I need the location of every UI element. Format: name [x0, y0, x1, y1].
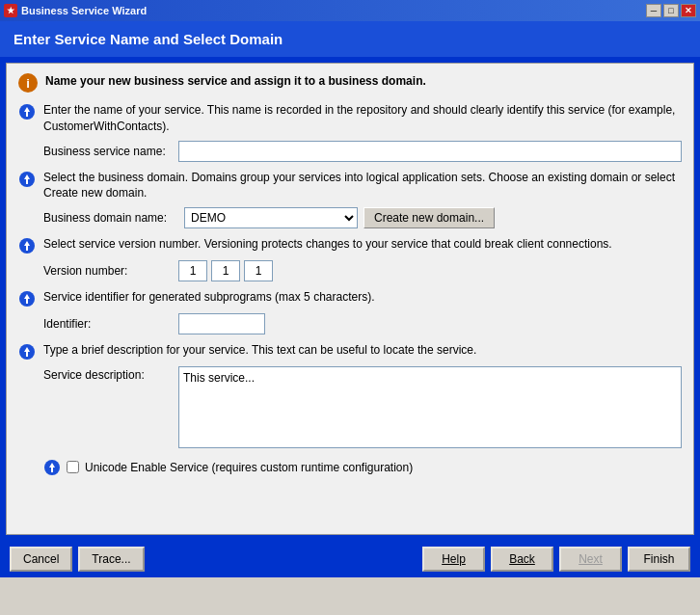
help-label: Help: [442, 552, 466, 566]
unicode-enable-row: Unicode Enable Service (requires custom …: [43, 458, 682, 476]
minimize-button[interactable]: ─: [646, 4, 661, 17]
version-patch-input[interactable]: [244, 260, 273, 281]
bullet-text-1: Enter the name of your service. This nam…: [43, 102, 682, 135]
close-button[interactable]: ✕: [681, 4, 696, 17]
trace-label: Trace...: [92, 552, 130, 566]
bullet-icon-6: [43, 459, 61, 476]
business-service-name-row: Business service name:: [43, 141, 682, 162]
info-text: Name your new business service and assig…: [45, 73, 426, 90]
bullet-icon-1: [18, 103, 36, 120]
bullet-text-5: Type a brief description for your servic…: [43, 342, 476, 359]
unicode-enable-checkbox[interactable]: [67, 461, 79, 473]
next-button[interactable]: Next: [559, 547, 622, 572]
bullet-icon-4: [18, 290, 36, 308]
info-icon: i: [18, 73, 38, 93]
identifier-row: Identifier:: [43, 313, 682, 334]
business-domain-label: Business domain name:: [43, 211, 178, 225]
unicode-enable-label: Unicode Enable Service (requires custom …: [85, 461, 413, 474]
title-bar-text: Business Service Wizard: [21, 5, 147, 16]
finish-label: Finish: [643, 552, 674, 566]
bullet-row-2: Select the business domain. Domains grou…: [18, 170, 682, 202]
bullet-row-1: Enter the name of your service. This nam…: [18, 102, 682, 135]
dialog: Enter Service Name and Select Domain i N…: [0, 21, 700, 577]
bullet-row-3: Select service version number. Versionin…: [18, 236, 682, 254]
version-major-input[interactable]: [178, 260, 207, 281]
svg-rect-11: [26, 299, 28, 304]
business-service-name-label: Business service name:: [43, 145, 178, 158]
service-description-row: Service description: This service...: [43, 366, 682, 448]
title-bar: ★ Business Service Wizard ─ □ ✕: [0, 0, 700, 21]
service-description-label: Service description:: [43, 366, 178, 382]
business-domain-select[interactable]: DEMO: [184, 207, 358, 228]
help-button[interactable]: Help: [422, 547, 485, 572]
service-description-textarea[interactable]: This service...: [178, 366, 682, 448]
bullet-row-4: Service identifier for generated subprog…: [18, 289, 682, 308]
svg-rect-5: [26, 179, 28, 184]
finish-button[interactable]: Finish: [628, 547, 690, 572]
cancel-button[interactable]: Cancel: [10, 547, 72, 572]
back-label: Back: [509, 552, 535, 566]
dialog-header: Enter Service Name and Select Domain: [0, 21, 700, 57]
trace-button[interactable]: Trace...: [78, 547, 144, 572]
version-inputs: [178, 260, 273, 281]
svg-rect-2: [26, 112, 28, 117]
svg-rect-17: [51, 468, 53, 472]
version-number-row: Version number:: [43, 260, 682, 281]
version-minor-input[interactable]: [211, 260, 240, 281]
bullet-icon-2: [18, 171, 36, 188]
bullet-text-4: Service identifier for generated subprog…: [43, 289, 374, 306]
svg-rect-14: [26, 352, 28, 357]
app-icon: ★: [4, 4, 17, 17]
back-button[interactable]: Back: [491, 547, 553, 572]
dialog-title: Enter Service Name and Select Domain: [13, 31, 283, 47]
maximize-button[interactable]: □: [663, 4, 679, 17]
bullet-row-5: Type a brief description for your servic…: [18, 342, 682, 361]
identifier-input[interactable]: [178, 313, 265, 334]
button-bar: Cancel Trace... Help Back Next Finish: [0, 541, 700, 577]
bullet-text-3: Select service version number. Versionin…: [43, 236, 612, 253]
bullet-icon-3: [18, 237, 36, 254]
info-row: i Name your new business service and ass…: [18, 73, 682, 93]
version-number-label: Version number:: [43, 264, 178, 278]
identifier-label: Identifier:: [43, 317, 178, 331]
svg-rect-8: [26, 246, 28, 251]
bullet-text-2: Select the business domain. Domains grou…: [43, 170, 682, 202]
content-area: i Name your new business service and ass…: [6, 63, 694, 535]
create-new-domain-button[interactable]: Create new domain...: [363, 207, 495, 228]
business-domain-row: Business domain name: DEMO Create new do…: [43, 207, 682, 228]
business-service-name-input[interactable]: [178, 141, 682, 162]
next-label: Next: [579, 552, 603, 566]
bullet-icon-5: [18, 343, 36, 361]
